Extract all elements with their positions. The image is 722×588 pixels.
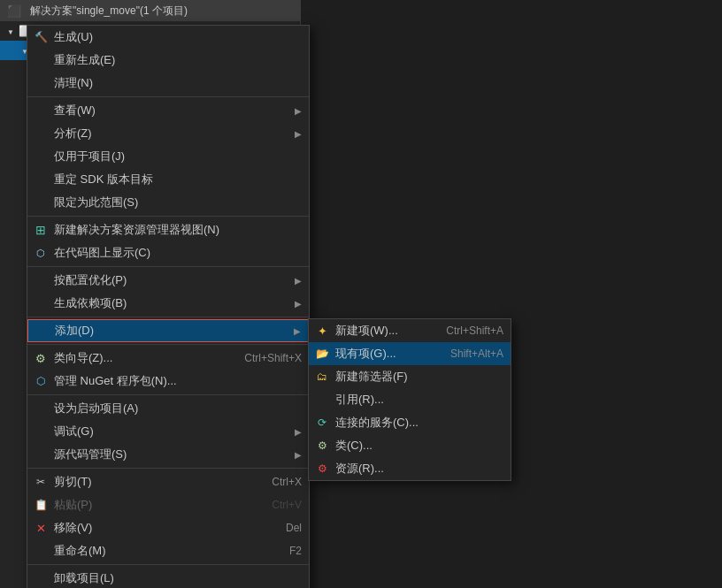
source-control-submenu-arrow: ▶ [295,450,302,460]
menu-set-startup[interactable]: 设为启动项目(A) [27,397,309,420]
menu-retarget-sdk-label: 重定 SDK 版本目标 [54,172,153,187]
submenu-reference-label: 引用(R)... [335,392,384,408]
menu-profile-opt-label: 按配置优化(P) [54,272,127,288]
separator-3 [27,266,309,267]
profile-opt-submenu-arrow: ▶ [295,276,302,286]
menu-show-in-map[interactable]: ⬡ 在代码图上显示(C) [27,241,309,264]
menu-remove[interactable]: ✕ 移除(V) Del [27,516,309,539]
submenu-reference[interactable]: 引用(R)... [309,388,511,411]
rename-shortcut: F2 [289,545,302,557]
menu-debug-label: 调试(G) [54,424,94,439]
menu-clean-label: 清理(N) [54,75,93,91]
new-item-shortcut: Ctrl+Shift+A [446,325,503,337]
add-submenu: ✦ 新建项(W)... Ctrl+Shift+A 📂 现有项(G)... Shi… [308,318,511,481]
class-wizard-icon: ⚙ [33,352,49,365]
menu-source-control[interactable]: 源代码管理(S) ▶ [27,443,309,466]
add-submenu-arrow: ▶ [294,326,301,336]
menu-build-label: 生成(U) [54,29,93,45]
existing-item-shortcut: Shift+Alt+A [450,347,503,360]
menu-build[interactable]: 🔨 生成(U) [27,26,309,49]
submenu-new-item-label: 新建项(W)... [335,323,398,339]
submenu-new-filter[interactable]: 🗂 新建筛选器(F) [309,365,511,388]
menu-class-wizard[interactable]: ⚙ 类向导(Z)... Ctrl+Shift+X [27,347,309,370]
menu-view[interactable]: 查看(W) ▶ [27,99,309,122]
submenu-class-label: 类(C)... [335,438,373,454]
menu-remove-label: 移除(V) [54,520,92,536]
menu-unload[interactable]: 卸载项目(L) [27,567,309,588]
submenu-existing-item[interactable]: 📂 现有项(G)... Shift+Alt+A [309,342,511,365]
separator-5 [27,344,309,345]
solution-explorer-header: ⬛ 解决方案"single_move"(1 个项目) [0,0,300,21]
menu-cut-label: 剪切(T) [54,474,92,490]
menu-project-only[interactable]: 仅用于项目(J) [27,145,309,168]
new-item-icon: ✦ [314,325,330,338]
menu-build-deps[interactable]: 生成依赖项(B) ▶ [27,292,309,315]
menu-add-label: 添加(D) [55,323,94,339]
paste-icon: 📋 [33,499,49,511]
debug-submenu-arrow: ▶ [295,427,302,437]
menu-source-control-label: 源代码管理(S) [54,447,127,462]
separator-6 [27,394,309,395]
submenu-existing-item-label: 现有项(G)... [335,346,396,362]
menu-clean[interactable]: 清理(N) [27,72,309,95]
menu-cut[interactable]: ✂ 剪切(T) Ctrl+X [27,470,309,493]
separator-1 [27,96,309,97]
build-deps-submenu-arrow: ▶ [295,299,302,309]
menu-rename-label: 重命名(M) [54,543,106,559]
menu-retarget-sdk[interactable]: 重定 SDK 版本目标 [27,168,309,191]
menu-build-deps-label: 生成依赖项(B) [54,295,127,311]
menu-limit-scope-label: 限定为此范围(S) [54,195,138,210]
connected-service-icon: ⟳ [314,416,330,429]
submenu-class-icon: ⚙ [314,439,330,452]
menu-paste-label: 粘贴(P) [54,497,92,513]
submenu-class[interactable]: ⚙ 类(C)... [309,434,511,457]
submenu-connected-service-label: 连接的服务(C)... [335,415,419,431]
submenu-new-filter-label: 新建筛选器(F) [335,369,408,385]
submenu-connected-service[interactable]: ⟳ 连接的服务(C)... [309,411,511,434]
new-solution-view-icon: ⊞ [33,223,49,237]
submenu-resource[interactable]: ⚙ 资源(R)... [309,457,511,480]
menu-rebuild[interactable]: 重新生成(E) [27,49,309,72]
menu-show-in-map-label: 在代码图上显示(C) [54,245,150,261]
build-icon: 🔨 [33,31,49,43]
menu-unload-label: 卸载项目(L) [54,570,114,586]
separator-2 [27,216,309,217]
remove-shortcut: Del [286,522,302,534]
menu-set-startup-label: 设为启动项目(A) [54,401,138,416]
context-menu: 🔨 生成(U) 重新生成(E) 清理(N) 查看(W) ▶ 分析(Z) ▶ 仅用… [27,25,310,588]
menu-project-only-label: 仅用于项目(J) [54,149,125,164]
menu-limit-scope[interactable]: 限定为此范围(S) [27,191,309,214]
existing-item-icon: 📂 [314,347,330,360]
cut-shortcut: Ctrl+X [272,476,302,488]
remove-icon: ✕ [33,522,49,535]
menu-nuget[interactable]: ⬡ 管理 NuGet 程序包(N)... [27,370,309,393]
menu-analyze-label: 分析(Z) [54,126,92,141]
solution-icon: ⬛ [7,4,21,18]
menu-add[interactable]: 添加(D) ▶ [27,319,309,342]
separator-7 [27,468,309,469]
class-wizard-shortcut: Ctrl+Shift+X [244,352,302,364]
solution-expand [7,27,18,36]
menu-analyze[interactable]: 分析(Z) ▶ [27,122,309,145]
cut-icon: ✂ [33,476,49,488]
separator-4 [27,317,309,317]
show-in-map-icon: ⬡ [33,248,49,259]
new-filter-icon: 🗂 [314,370,330,383]
analyze-submenu-arrow: ▶ [295,129,302,139]
nuget-icon: ⬡ [33,375,49,387]
submenu-resource-icon: ⚙ [314,462,330,475]
menu-new-solution-view-label: 新建解决方案资源管理器视图(N) [54,222,219,238]
submenu-new-item[interactable]: ✦ 新建项(W)... Ctrl+Shift+A [309,319,511,342]
menu-debug[interactable]: 调试(G) ▶ [27,420,309,443]
menu-view-label: 查看(W) [54,103,96,118]
separator-8 [27,564,309,565]
submenu-resource-label: 资源(R)... [335,461,384,477]
menu-class-wizard-label: 类向导(Z)... [54,350,112,366]
menu-nuget-label: 管理 NuGet 程序包(N)... [54,373,177,389]
menu-new-solution-view[interactable]: ⊞ 新建解决方案资源管理器视图(N) [27,218,309,241]
menu-paste[interactable]: 📋 粘贴(P) Ctrl+V [27,493,309,516]
solution-header-title: 解决方案"single_move"(1 个项目) [30,4,188,19]
menu-profile-opt[interactable]: 按配置优化(P) ▶ [27,269,309,292]
paste-shortcut: Ctrl+V [272,499,302,511]
menu-rename[interactable]: 重命名(M) F2 [27,539,309,562]
